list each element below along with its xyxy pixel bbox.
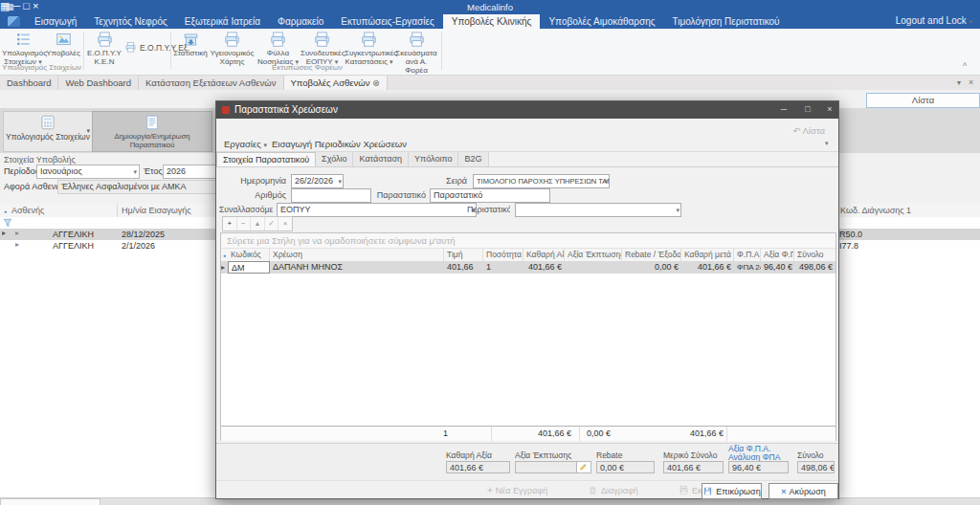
nav-cancel-icon[interactable]: × (278, 217, 292, 231)
tab-katastasi[interactable]: Κατάσταση (353, 152, 408, 166)
expand-icon[interactable]: ▸ (15, 229, 19, 237)
dialog-lista-link[interactable]: ↶ Λίστα (792, 125, 825, 136)
ribbon-button-sygkentrotikes[interactable]: Συγκεντρωτικές Καταστάσεις ▾ (345, 30, 393, 62)
date-field[interactable]: 26/2/2026 ▾ (291, 174, 344, 188)
dialog-close-icon[interactable]: × (819, 101, 840, 119)
doc-tab-web-dashboard[interactable]: Web Dashboard (58, 76, 138, 90)
tabbar-dropdown-icon[interactable]: ▾ (957, 78, 961, 87)
doc-tab-ypovoles-asthenon[interactable]: Υποβολές Ασθενών ⊗ (284, 76, 389, 90)
incident-select[interactable]: ▾ (515, 203, 681, 217)
year-input[interactable]: 2026 (163, 165, 218, 179)
app-logo-icon[interactable] (8, 16, 20, 27)
ribbon-tab-ypovoles-aimokatharsis[interactable]: Υποβολές Αιμοκάθαρσης (540, 14, 663, 29)
confirm-button[interactable]: Επικύρωση (702, 483, 762, 499)
cell-qty: 1 (483, 261, 523, 274)
doc-tab-dashboard[interactable]: Dashboard (0, 76, 58, 90)
col-xreosi[interactable]: Χρέωση (270, 249, 444, 261)
col-synolo[interactable]: Σύνολο (794, 249, 835, 261)
net-label: Καθαρή Αξία (446, 450, 492, 460)
cancel-x-icon: × (781, 487, 786, 496)
charge-row[interactable]: ▸ ΔΜ ΔΑΠΑΝΗ ΜΗΝΟΣ 401,66 1 401,66 € 0,00… (221, 261, 835, 274)
nav-endedit-icon[interactable]: ✓ (265, 217, 279, 231)
col-timi[interactable]: Τιμή (444, 249, 483, 261)
number-input[interactable] (291, 188, 371, 203)
menu-overflow-icon[interactable]: ▾ (825, 140, 829, 147)
summary-qty: 1 (406, 428, 448, 440)
col-rebate[interactable]: Rebate / Έξοδα (622, 249, 681, 261)
doc-type-input[interactable]: Παραστατικό (430, 188, 550, 203)
tab-ypoloipo[interactable]: Υπόλοιπο (409, 152, 459, 166)
ribbon-button-eopyy-ken[interactable]: Ε.Ο.Π.Υ.Υ Κ.Ε.Ν (86, 30, 122, 62)
tab-b2g[interactable]: B2G (458, 152, 488, 166)
col-kathari-axia[interactable]: Καθαρή Αξία (523, 249, 565, 261)
counterparty-select[interactable]: ΕΟΠΥΥ ▾ (277, 203, 477, 217)
cell-charge: ΔΑΠΑΝΗ ΜΗΝΟΣ (270, 261, 444, 274)
nav-edit-icon[interactable]: ▴ (251, 217, 265, 231)
record-navigator[interactable] (0, 498, 100, 505)
dialog-maximize-icon[interactable]: □ (797, 101, 818, 119)
column-admission-date[interactable]: Ημ/νία Εισαγωγής (122, 206, 191, 215)
submission-group-title: Στοιχεία Υποβολής (4, 155, 76, 165)
column-diagnosis[interactable]: Κωδ. Διάγνωσης 1 (840, 206, 911, 215)
tab-sxolio[interactable]: Σχόλιο (316, 152, 353, 166)
ribbon-button-ygeionomikos-xartis[interactable]: Υγειονομικός Χάρτης (209, 30, 256, 62)
series-select[interactable]: ΤΙΜΟΛΟΓΙΟ ΠΑΡΟΧΗΣ ΥΠΗΡΕΣΙΩΝ ΤΑΜΕΙΟΥ ▾ (473, 174, 610, 188)
lista-button[interactable]: Λίστα (866, 93, 980, 108)
ribbon-tab-ypovoles-klinikis[interactable]: Υποβολές Κλινικής (443, 14, 541, 29)
dialog-minimize-icon[interactable]: ─ (773, 101, 794, 119)
subtotal-field: 401,66 € (663, 461, 724, 473)
logout-and-lock[interactable]: Logout and Lock ▾ (896, 15, 972, 26)
col-posotita[interactable]: Ποσότητα (483, 249, 523, 261)
column-patient[interactable]: Ασθενής (11, 206, 44, 215)
doc-tab-katastasi-exetaseon[interactable]: Κατάσταση Εξετάσεων Ασθενών (139, 76, 284, 90)
ribbon-tab-texnitos-nefros[interactable]: Τεχνητός Νεφρός (85, 14, 176, 29)
col-axia-ekptosis[interactable]: Αξία Έκπτωσης (565, 249, 622, 261)
window-title: Medicalinfo (0, 2, 980, 12)
dialog-button-bar: + Νέα Εγγραφή Διαγραφή Εκτύπωση Επικύρωσ… (216, 480, 838, 499)
nav-delete-icon[interactable]: − (237, 217, 252, 231)
ribbon-tab-timologisi[interactable]: Τιμολόγηση Περιστατικού (664, 14, 789, 29)
cancel-button[interactable]: × Ακύρωση (768, 483, 838, 499)
ribbon-button-ypovoles[interactable]: Υποβολές (45, 30, 81, 62)
nav-add-icon[interactable]: + (223, 217, 237, 231)
menu-import-periodic[interactable]: Εισαγωγή Περιοδικών Χρεώσεων (272, 139, 407, 149)
document-tab-bar: Dashboard Web Dashboard Κατάσταση Εξετάσ… (0, 76, 980, 91)
ribbon-tab-farmakeio[interactable]: Φαρμακείο (269, 14, 332, 29)
ribbon-tab-exoterika-iatreia[interactable]: Εξωτερικά Ιατρεία (176, 14, 269, 29)
edit-discount-button[interactable] (576, 462, 590, 472)
calc-stoixeion-button[interactable]: Υπολογισμός Στοιχείων ▾ (3, 111, 93, 152)
cell-code[interactable]: ΔΜ (228, 261, 270, 274)
col-fpa-pct[interactable]: Φ.Π.Α. % (734, 249, 761, 261)
doc-type-label: Παραστατικό (369, 190, 426, 200)
expand-icon[interactable]: ▸ (15, 240, 19, 249)
ribbon-collapse-icon[interactable]: ^ (963, 61, 967, 71)
ribbon-tab-eisagogi[interactable]: Εισαγωγή (26, 14, 85, 29)
chevron-down-icon: ▾ (969, 18, 972, 25)
admission-date: 2/1/2026 (122, 241, 155, 251)
period-select[interactable]: Ιανουάριος ▾ (36, 165, 140, 179)
menu-ergasies[interactable]: Εργασίες ▾ (224, 139, 267, 149)
filter-funnel-icon (3, 218, 12, 228)
col-kodikos[interactable]: Κωδικός (228, 249, 270, 261)
delete-button-disabled[interactable]: Διαγραφή (588, 485, 638, 495)
counterparty-label: Συναλλασσόμενος (219, 205, 273, 214)
ribbon-button-statistiki[interactable]: Στατιστική (173, 30, 208, 62)
create-document-button[interactable]: Δημιουργία/Ενημέρωση Παραστατικού (92, 111, 212, 152)
cell-price: 401,66 (444, 261, 483, 274)
ribbon-button-calc[interactable]: Υπολογισμός Στοιχείων ▾ (2, 30, 44, 62)
new-record-button-disabled[interactable]: + Νέα Εγγραφή (487, 485, 547, 495)
tabbar-close-icon[interactable]: × (969, 77, 973, 87)
col-kathari-meta[interactable]: Καθαρή μετά (681, 249, 734, 261)
undo-icon: ↶ (792, 125, 800, 136)
tab-close-icon[interactable]: ⊗ (372, 77, 380, 88)
ribbon-button-fylla-nosileias[interactable]: Φύλλα Νοσηλείας ▾ (256, 30, 300, 62)
discount-field[interactable] (515, 461, 591, 473)
indicator-dot-icon: ● (223, 252, 226, 258)
tab-stoixeia-parastatikou[interactable]: Στοιχεία Παραστατικού (216, 152, 316, 166)
ribbon-button-synodeytikes[interactable]: Συνοδευτικές ΕΟΠΥΥ ▾ (301, 30, 344, 62)
ribbon-tab-ektyposeis[interactable]: Εκτυπώσεις-Εργασίες (332, 14, 442, 29)
patients-field[interactable]: Έλληνες Ασφαλισμένοι με ΑΜΚΑ (57, 180, 218, 194)
ribbon-button-skeyasmata[interactable]: Σκευάσματα ανά Α. Φορέα (394, 30, 438, 62)
col-axia-fpa[interactable]: Αξία Φ.Π.Α. (761, 249, 794, 261)
group-by-panel[interactable]: Σύρετε μια Στήλη για να ομαδοποιήσετε σύ… (221, 233, 835, 249)
